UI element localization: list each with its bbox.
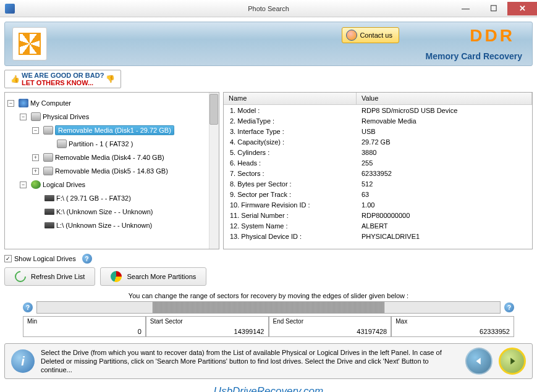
tree-disk1[interactable]: −Removable Media (Disk1 - 29.72 GB) [7, 123, 216, 137]
close-button[interactable]: ✕ [507, 2, 537, 15]
detail-value: 255 [357, 159, 532, 167]
detail-row[interactable]: 11. Serial Number :RDP800000000 [224, 210, 532, 220]
detail-row[interactable]: 6. Heads :255 [224, 157, 532, 168]
drive-icon [44, 222, 54, 228]
titlebar[interactable]: Photo Search — ☐ ✕ [0, 0, 537, 17]
column-name[interactable]: Name [224, 93, 357, 104]
show-logical-checkbox[interactable]: ✓ Show Logical Drives [4, 255, 76, 262]
collapse-icon[interactable]: − [20, 114, 27, 120]
thumbs-up-icon: 👍 [11, 75, 20, 83]
detail-name: 5. Cylinders : [224, 149, 357, 156]
detail-value: RDP8 SD/microSD USB Device [357, 107, 532, 114]
detail-value: PHYSICALDRIVE1 [357, 233, 532, 240]
detail-row[interactable]: 12. System Name :ALBERT [224, 220, 532, 231]
header-banner: Contact us DDR Memory Card Recovery [4, 22, 533, 66]
tree-drive-l[interactable]: L:\ (Unknown Size - - Unknown) [7, 219, 216, 232]
column-value[interactable]: Value [357, 93, 532, 104]
detail-row[interactable]: 13. Physical Device ID :PHYSICALDRIVE1 [224, 231, 532, 241]
detail-row[interactable]: 3. Interface Type :USB [224, 126, 532, 136]
hdd-icon [31, 112, 41, 121]
detail-row[interactable]: 10. Firmware Revision ID :1.00 [224, 199, 532, 210]
footer-bar: i Select the Drive (from which you want … [4, 343, 533, 379]
footer-help-text: Select the Drive (from which you want to… [41, 348, 459, 375]
detail-name: 9. Sector per Track : [224, 191, 357, 198]
detail-row[interactable]: 5. Cylinders :3880 [224, 147, 532, 157]
tree-root[interactable]: −My Computer [7, 96, 216, 110]
info-icon: i [11, 349, 35, 373]
detail-value: USB [357, 128, 532, 135]
detail-value: 62333952 [357, 170, 532, 177]
search-more-partitions-button[interactable]: Search More Partitions [100, 267, 206, 286]
detail-name: 3. Interface Type : [224, 128, 357, 135]
drive-icon [44, 195, 54, 201]
drive-icon [43, 126, 53, 135]
detail-name: 1. Model : [224, 107, 357, 114]
detail-value: 63 [357, 191, 532, 198]
detail-value: 512 [357, 180, 532, 188]
brand-tagline: Memory Card Recovery [426, 51, 522, 61]
detail-panel: Name Value 1. Model :RDP8 SD/microSD USB… [223, 92, 533, 249]
detail-row[interactable]: 1. Model :RDP8 SD/microSD USB Device [224, 105, 532, 115]
collapse-icon[interactable]: − [20, 181, 27, 188]
watermark: UsbDriveRecovery.com [0, 385, 537, 392]
tree-drive-f[interactable]: F:\ ( 29.71 GB - - FAT32) [7, 191, 216, 205]
detail-name: 2. MediaType : [224, 117, 357, 125]
expand-icon[interactable]: + [32, 154, 39, 161]
help-icon[interactable]: ? [82, 254, 92, 264]
maximize-button[interactable]: ☐ [480, 2, 507, 15]
tree-drive-k[interactable]: K:\ (Unknown Size - - Unknown) [7, 205, 216, 219]
detail-value: Removable Media [357, 117, 532, 125]
detail-row[interactable]: 7. Sectors :62333952 [224, 168, 532, 178]
drive-icon [44, 209, 54, 215]
scrollbar[interactable] [209, 93, 219, 249]
detail-row[interactable]: 4. Capacity(size) :29.72 GB [224, 136, 532, 147]
drive-icon [43, 167, 53, 175]
sector-end-box: End Sector43197428 [269, 316, 392, 337]
sector-min-box: Min0 [23, 316, 146, 337]
tree-partition1[interactable]: Partition - 1 ( FAT32 ) [7, 137, 216, 151]
window-title: Photo Search [248, 5, 289, 12]
back-button[interactable] [465, 348, 493, 375]
app-icon [5, 4, 15, 14]
person-icon [346, 30, 357, 41]
detail-row[interactable]: 9. Sector per Track :63 [224, 189, 532, 199]
sector-range-slider[interactable] [36, 301, 501, 314]
detail-row[interactable]: 8. Bytes per Sector :512 [224, 178, 532, 189]
sector-max-box: Max62333952 [391, 316, 514, 337]
detail-value: 29.72 GB [357, 138, 532, 146]
detail-name: 12. System Name : [224, 222, 357, 230]
refresh-drive-list-button[interactable]: Refresh Drive List [4, 267, 95, 286]
collapse-icon[interactable]: − [7, 100, 14, 107]
detail-name: 6. Heads : [224, 159, 357, 167]
computer-icon [19, 99, 28, 107]
drive-icon [43, 153, 53, 162]
thumbs-down-icon: 👎 [106, 75, 115, 83]
feedback-button[interactable]: 👍 WE ARE GOOD OR BAD? LET OTHERS KNOW...… [4, 70, 121, 88]
detail-value: ALBERT [357, 222, 532, 230]
collapse-icon[interactable]: − [32, 127, 39, 134]
checkbox-icon: ✓ [4, 255, 12, 262]
refresh-icon [12, 269, 28, 284]
detail-name: 7. Sectors : [224, 170, 357, 177]
contact-us-button[interactable]: Contact us [342, 27, 399, 43]
help-icon[interactable]: ? [504, 302, 514, 312]
help-icon[interactable]: ? [23, 302, 33, 312]
globe-icon [31, 180, 41, 189]
next-button[interactable] [499, 348, 526, 375]
detail-name: 10. Firmware Revision ID : [224, 201, 357, 209]
detail-name: 4. Capacity(size) : [224, 138, 357, 146]
sector-start-box: Start Sector14399142 [146, 316, 269, 337]
tree-disk4[interactable]: +Removable Media (Disk4 - 7.40 GB) [7, 151, 216, 164]
detail-row[interactable]: 2. MediaType :Removable Media [224, 115, 532, 126]
detail-value: 1.00 [357, 201, 532, 209]
expand-icon[interactable]: + [32, 168, 39, 175]
tree-disk5[interactable]: +Removable Media (Disk5 - 14.83 GB) [7, 164, 216, 178]
tree-physical-drives[interactable]: −Physical Drives [7, 110, 216, 123]
drive-tree-panel: −My Computer −Physical Drives −Removable… [4, 92, 219, 249]
app-logo [12, 27, 47, 60]
tree-logical-drives[interactable]: −Logical Drives [7, 178, 216, 191]
partition-icon [57, 140, 67, 148]
minimize-button[interactable]: — [452, 2, 480, 15]
detail-value: 3880 [357, 149, 532, 156]
detail-name: 11. Serial Number : [224, 212, 357, 219]
